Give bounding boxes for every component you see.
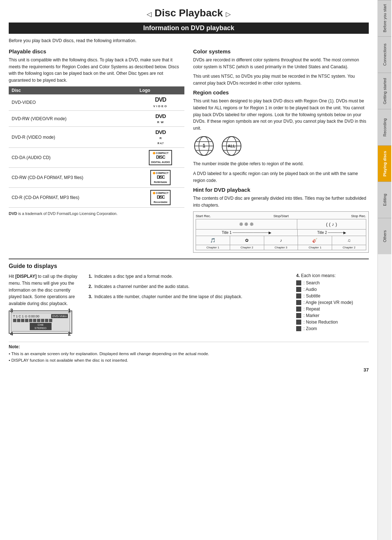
note-item-2: • DISPLAY function is not available when… [9, 357, 369, 364]
sidebar-tab-before-start[interactable]: Before you start [378, 0, 391, 36]
region-codes-title: Region codes [193, 89, 369, 96]
page-number: 37 [9, 367, 369, 373]
guide-intro-text: Hit [DISPLAY] to call up the display men… [9, 273, 81, 307]
region-globe-all: ALL [221, 135, 242, 157]
logo-cell: DVD R W [137, 111, 184, 127]
diagram-icon1: 🎵 [196, 236, 230, 245]
disc-cell: DVD-VIDEO [9, 94, 137, 111]
region-symbols: 1 ALL [193, 135, 369, 157]
disc-col-header: Disc [9, 86, 137, 94]
trademark-note: DVD is a trademark of DVD Format/Logo Li… [9, 211, 184, 216]
sidebar-tab-getting-started[interactable]: Getting started [378, 73, 391, 109]
diagram-icon5: ♫ [332, 236, 366, 245]
guide-col3: 4. Each icon means: : Search : Audio [296, 273, 369, 337]
icon-angle: : Angle (except VR mode) [296, 300, 369, 305]
sidebar-tab-others[interactable]: Others [378, 218, 391, 254]
diagram-title1: Title 1 ──────────────▶ [196, 230, 298, 236]
logo-col-header: Logo [137, 86, 184, 94]
icon-subtitle: : Subtitle [296, 293, 369, 299]
region-caption1: The number inside the globe refers to re… [193, 161, 369, 167]
color-systems-text2: This unit uses NTSC, so DVDs you play mu… [193, 73, 369, 86]
section-banner: Information on DVD playback [9, 23, 369, 34]
logo-cell: 🔶COMPACT DiSC Recordable [137, 187, 184, 207]
table-row: DVD-R (VIDEO mode) DVD R R 4.7 [9, 127, 184, 148]
diagram-title2: Title 2 ──────▶ [298, 230, 366, 236]
disc-cell: DVD-RW (VIDEO/VR mode) [9, 111, 137, 127]
chapter-3: Chapter 3 [264, 245, 298, 250]
chapter-2: Chapter 2 [230, 245, 264, 250]
playable-discs-text: This unit is compatible with the followi… [9, 57, 184, 84]
hint-dvd-title: Hint for DVD playback [193, 187, 369, 193]
diagram-symbol-2: ( ( ♪ ) [297, 219, 366, 229]
page-title-wrapper: ◁ Disc Playback ▷ [9, 7, 369, 21]
right-column: Color systems DVDs are recorded in diffe… [193, 48, 369, 253]
chapter-4: Chapter 1 [298, 245, 332, 250]
logo-cell: 🔶COMPACT DiSC ReWritable [137, 168, 184, 188]
sidebar-tab-connections[interactable]: Connections [378, 36, 391, 73]
note-section: Note: • This is an example screen only f… [9, 342, 369, 364]
icon-audio: : Audio [296, 287, 369, 292]
repeat-icon-square [296, 306, 301, 312]
note-title: Note: [9, 344, 369, 349]
table-row: DVD-VIDEO DVD VIDEO [9, 94, 184, 111]
title-arrow-right: ▷ [226, 10, 231, 18]
diagram-icon4: 🎸 [298, 236, 332, 245]
guide-col1: Hit [DISPLAY] to call up the display men… [9, 273, 81, 337]
diagram-icon2: ✿ [230, 236, 264, 245]
marker-icon-square [296, 313, 301, 318]
guide-step-2: 2. Indicates a channel number and the au… [89, 283, 289, 290]
region-caption2: A DVD labeled for a specific region can … [193, 170, 369, 184]
display-bars [13, 319, 68, 322]
guide-col2: 1. Indicates a disc type and a format mo… [89, 273, 289, 337]
sidebar-tab-playing-discs[interactable]: Playing discs [378, 145, 391, 182]
diagram-symbol-1: ❊ ❊ ❊ [196, 219, 297, 229]
logo-cell: DVD VIDEO [137, 94, 184, 111]
noise-reduction-icon-square [296, 320, 301, 325]
display-row1-text: T 1 C 1 ⊙ 0:00:00 [13, 314, 39, 318]
disc-cell: CD-RW (CD-DA FORMAT, MP3 files) [9, 168, 137, 188]
corner-4: 4 [10, 331, 13, 337]
intro-text: Before you play back DVD discs, read the… [9, 38, 369, 43]
search-icon-square [296, 280, 301, 285]
title-arrow-left: ◁ [147, 10, 152, 18]
icon-search: : Search [296, 280, 369, 285]
guide-numbered-list: 1. Indicates a disc type and a format mo… [89, 273, 289, 300]
note-item-1: • This is an example screen only for exp… [9, 351, 369, 357]
guide-step-1: 1. Indicates a disc type and a format mo… [89, 273, 289, 280]
page-title: Disc Playback [155, 7, 223, 19]
table-row: DVD-RW (VIDEO/VR mode) DVD R W [9, 111, 184, 127]
region-globe-1: 1 [193, 135, 215, 157]
display-mockup: T 1 C 1 ⊙ 0:00:00 DVD-Video [9, 310, 72, 334]
diagram-label-stop-rec: Stop Rec. [351, 214, 366, 218]
icon-zoom: : Zoom [296, 326, 369, 331]
dvd-diagram: Start Rec. Stop/Start Stop Rec. ❊ ❊ ❊ ( … [193, 211, 369, 253]
disc-table: Disc Logo DVD-VIDEO DVD VIDEO [9, 86, 184, 207]
color-systems-title: Color systems [193, 48, 369, 54]
angle-icon-square [296, 300, 301, 305]
region-codes-text: This unit has been designed to play back… [193, 98, 369, 131]
sidebar-tab-recording[interactable]: Recording [378, 109, 391, 145]
guide-step-4-label: 4. Each icon means: [296, 273, 369, 278]
svg-text:1: 1 [203, 143, 205, 149]
disc-cell: CD-R (CD-DA FORMAT, MP3 files) [9, 187, 137, 207]
zoom-icon-square [296, 326, 301, 331]
hint-dvd-text: The contents of DVD disc are generally d… [193, 195, 369, 208]
icons-list: : Search : Audio : Subtitle : Angle [296, 280, 369, 331]
sidebar: Before you start Connections Getting sta… [377, 0, 391, 540]
corner-2: 2 [68, 331, 71, 337]
corner-1: 1 [68, 308, 71, 313]
playable-discs-section: Playable discs This unit is compatible w… [9, 48, 184, 253]
logo-cell: DVD R R 4.7 [137, 127, 184, 148]
chapter-5: Chapter 2 [332, 245, 366, 250]
guide-title: Guide to displays [9, 263, 369, 269]
display-diagram-wrapper: 3 1 T 1 C 1 ⊙ 0:00:00 DVD-Video [9, 310, 72, 334]
icon-noise-reduction: : Noise Reduction [296, 320, 369, 325]
audio-icon-square [296, 287, 301, 292]
display-channel: CH8STEREO [30, 323, 52, 330]
svg-text:ALL: ALL [228, 144, 236, 148]
icon-marker: : Marker [296, 313, 369, 318]
logo-cell: 🔶COMPACT DISC DIGITAL AUDIO [137, 148, 184, 168]
playable-discs-title: Playable discs [9, 48, 184, 54]
sidebar-tab-editing[interactable]: Editing [378, 182, 391, 218]
table-row: CD-RW (CD-DA FORMAT, MP3 files) 🔶COMPACT… [9, 168, 184, 188]
